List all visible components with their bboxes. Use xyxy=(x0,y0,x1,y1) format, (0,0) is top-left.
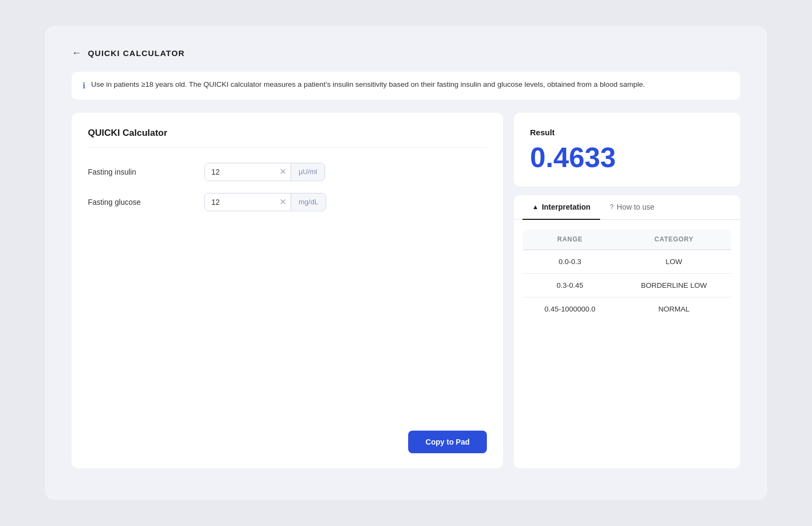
range-cell: 0.3-0.45 xyxy=(523,273,617,297)
col-header-range: RANGE xyxy=(523,229,617,250)
range-cell: 0.45-1000000.0 xyxy=(523,297,617,321)
info-text: Use in patients ≥18 years old. The QUICK… xyxy=(91,79,645,90)
result-label: Result xyxy=(530,128,724,137)
page-title: QUICKI CALCULATOR xyxy=(88,49,185,58)
table-row: 0.45-1000000.0 NORMAL xyxy=(523,297,732,321)
result-box: Result 0.4633 xyxy=(514,113,740,186)
fasting-insulin-input-group: ✕ µU/ml xyxy=(204,163,325,181)
fasting-glucose-unit: mg/dL xyxy=(291,193,326,210)
table-row: 0.3-0.45 BORDERLINE LOW xyxy=(523,273,732,297)
header: ← QUICKI CALCULATOR xyxy=(72,47,740,59)
fasting-glucose-input-group: ✕ mg/dL xyxy=(204,193,326,211)
category-cell: BORDERLINE LOW xyxy=(617,273,732,297)
tab-interpretation[interactable]: ▲ Interpretation xyxy=(522,195,600,220)
table-row: 0.0-0.3 LOW xyxy=(523,250,732,273)
left-panel: QUICKI Calculator Fasting insulin ✕ µU/m… xyxy=(72,113,503,468)
tabs: ▲ Interpretation ? How to use xyxy=(514,195,740,220)
how-to-use-icon: ? xyxy=(610,203,614,211)
copy-to-pad-button[interactable]: Copy to Pad xyxy=(408,431,487,453)
fasting-insulin-row: Fasting insulin ✕ µU/ml xyxy=(88,163,487,181)
fasting-glucose-label: Fasting glucose xyxy=(88,198,196,206)
fasting-insulin-label: Fasting insulin xyxy=(88,168,196,176)
col-header-category: CATEGORY xyxy=(617,229,732,250)
fasting-insulin-unit: µU/ml xyxy=(291,163,325,180)
fasting-glucose-row: Fasting glucose ✕ mg/dL xyxy=(88,193,487,211)
interpretation-table: RANGE CATEGORY 0.0-0.3 LOW 0.3-0.45 BORD… xyxy=(522,229,732,321)
interpretation-icon: ▲ xyxy=(532,203,539,211)
back-button[interactable]: ← xyxy=(72,47,81,59)
result-value: 0.4633 xyxy=(530,143,724,171)
category-cell: LOW xyxy=(617,250,732,273)
fasting-glucose-input[interactable] xyxy=(205,193,275,211)
table-area: RANGE CATEGORY 0.0-0.3 LOW 0.3-0.45 BORD… xyxy=(514,220,740,330)
interpretation-box: ▲ Interpretation ? How to use RANGE CATE… xyxy=(514,195,740,468)
fasting-insulin-clear-button[interactable]: ✕ xyxy=(275,167,291,177)
left-panel-title: QUICKI Calculator xyxy=(88,128,487,148)
back-icon: ← xyxy=(72,47,81,59)
fasting-glucose-clear-button[interactable]: ✕ xyxy=(275,197,291,207)
category-cell: NORMAL xyxy=(617,297,732,321)
right-panel: Result 0.4633 ▲ Interpretation ? How to … xyxy=(514,113,740,468)
tab-how-to-use[interactable]: ? How to use xyxy=(600,195,664,220)
tab-how-to-use-label: How to use xyxy=(617,203,655,211)
main-content: QUICKI Calculator Fasting insulin ✕ µU/m… xyxy=(72,113,740,468)
info-banner: ℹ Use in patients ≥18 years old. The QUI… xyxy=(72,72,740,100)
tab-interpretation-label: Interpretation xyxy=(542,203,590,211)
fasting-insulin-input[interactable] xyxy=(205,163,275,181)
range-cell: 0.0-0.3 xyxy=(523,250,617,273)
info-icon: ℹ xyxy=(82,80,86,92)
main-window: ← QUICKI CALCULATOR ℹ Use in patients ≥1… xyxy=(45,26,767,500)
